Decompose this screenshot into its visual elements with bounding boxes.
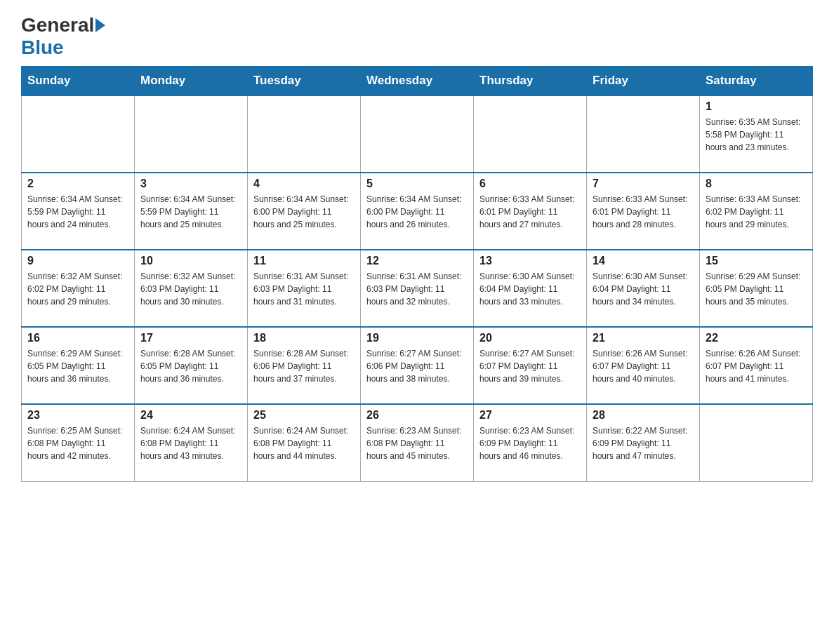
- day-number: 8: [706, 177, 807, 190]
- calendar-cell: 27Sunrise: 6:23 AM Sunset: 6:09 PM Dayli…: [474, 404, 587, 481]
- day-header-wednesday: Wednesday: [361, 67, 474, 96]
- page-header: General Blue: [21, 14, 813, 59]
- calendar-cell: 13Sunrise: 6:30 AM Sunset: 6:04 PM Dayli…: [474, 250, 587, 327]
- logo-general-text: General: [21, 14, 94, 36]
- day-info: Sunrise: 6:24 AM Sunset: 6:08 PM Dayligh…: [253, 424, 355, 462]
- day-number: 11: [253, 255, 355, 267]
- day-info: Sunrise: 6:29 AM Sunset: 6:05 PM Dayligh…: [706, 270, 807, 308]
- calendar-cell: [135, 95, 248, 173]
- day-number: 7: [593, 177, 694, 190]
- calendar-cell: 14Sunrise: 6:30 AM Sunset: 6:04 PM Dayli…: [587, 250, 700, 327]
- calendar-week-4: 16Sunrise: 6:29 AM Sunset: 6:05 PM Dayli…: [22, 327, 813, 404]
- day-number: 15: [706, 255, 807, 267]
- calendar-cell: 22Sunrise: 6:26 AM Sunset: 6:07 PM Dayli…: [700, 327, 813, 404]
- calendar-cell: [22, 95, 135, 173]
- day-info: Sunrise: 6:23 AM Sunset: 6:09 PM Dayligh…: [479, 424, 581, 462]
- calendar-week-3: 9Sunrise: 6:32 AM Sunset: 6:02 PM Daylig…: [22, 250, 813, 327]
- day-info: Sunrise: 6:22 AM Sunset: 6:09 PM Dayligh…: [593, 424, 694, 462]
- day-info: Sunrise: 6:34 AM Sunset: 6:00 PM Dayligh…: [253, 193, 355, 231]
- calendar-cell: 7Sunrise: 6:33 AM Sunset: 6:01 PM Daylig…: [587, 173, 700, 250]
- logo-blue-text: Blue: [21, 36, 64, 58]
- day-header-tuesday: Tuesday: [248, 67, 361, 96]
- calendar-week-1: 1Sunrise: 6:35 AM Sunset: 5:58 PM Daylig…: [22, 95, 813, 173]
- day-number: 28: [593, 409, 694, 422]
- calendar-cell: 18Sunrise: 6:28 AM Sunset: 6:06 PM Dayli…: [248, 327, 361, 404]
- day-info: Sunrise: 6:34 AM Sunset: 6:00 PM Dayligh…: [366, 193, 468, 231]
- day-header-thursday: Thursday: [474, 67, 587, 96]
- day-number: 22: [706, 332, 807, 344]
- day-info: Sunrise: 6:27 AM Sunset: 6:07 PM Dayligh…: [479, 347, 581, 385]
- day-header-friday: Friday: [587, 67, 700, 96]
- day-info: Sunrise: 6:28 AM Sunset: 6:06 PM Dayligh…: [253, 347, 355, 385]
- calendar-cell: [248, 95, 361, 173]
- day-info: Sunrise: 6:23 AM Sunset: 6:08 PM Dayligh…: [366, 424, 468, 462]
- calendar-week-5: 23Sunrise: 6:25 AM Sunset: 6:08 PM Dayli…: [22, 404, 813, 481]
- day-header-monday: Monday: [135, 67, 248, 96]
- day-info: Sunrise: 6:32 AM Sunset: 6:03 PM Dayligh…: [140, 270, 241, 308]
- calendar-cell: 26Sunrise: 6:23 AM Sunset: 6:08 PM Dayli…: [361, 404, 474, 481]
- day-info: Sunrise: 6:28 AM Sunset: 6:05 PM Dayligh…: [140, 347, 241, 385]
- day-info: Sunrise: 6:31 AM Sunset: 6:03 PM Dayligh…: [366, 270, 468, 308]
- day-info: Sunrise: 6:30 AM Sunset: 6:04 PM Dayligh…: [479, 270, 581, 308]
- day-number: 23: [27, 409, 128, 422]
- calendar-cell: 20Sunrise: 6:27 AM Sunset: 6:07 PM Dayli…: [474, 327, 587, 404]
- day-info: Sunrise: 6:24 AM Sunset: 6:08 PM Dayligh…: [140, 424, 241, 462]
- day-number: 21: [593, 332, 694, 344]
- day-info: Sunrise: 6:26 AM Sunset: 6:07 PM Dayligh…: [706, 347, 807, 385]
- calendar-cell: 8Sunrise: 6:33 AM Sunset: 6:02 PM Daylig…: [700, 173, 813, 250]
- calendar-cell: 5Sunrise: 6:34 AM Sunset: 6:00 PM Daylig…: [361, 173, 474, 250]
- calendar-cell: [361, 95, 474, 173]
- day-info: Sunrise: 6:32 AM Sunset: 6:02 PM Dayligh…: [27, 270, 128, 308]
- day-number: 20: [479, 332, 581, 344]
- day-info: Sunrise: 6:31 AM Sunset: 6:03 PM Dayligh…: [253, 270, 355, 308]
- day-info: Sunrise: 6:33 AM Sunset: 6:02 PM Dayligh…: [706, 193, 807, 231]
- calendar-cell: 25Sunrise: 6:24 AM Sunset: 6:08 PM Dayli…: [248, 404, 361, 481]
- day-info: Sunrise: 6:30 AM Sunset: 6:04 PM Dayligh…: [593, 270, 694, 308]
- calendar-cell: 16Sunrise: 6:29 AM Sunset: 6:05 PM Dayli…: [22, 327, 135, 404]
- calendar-cell: 21Sunrise: 6:26 AM Sunset: 6:07 PM Dayli…: [587, 327, 700, 404]
- calendar-cell: 17Sunrise: 6:28 AM Sunset: 6:05 PM Dayli…: [135, 327, 248, 404]
- day-info: Sunrise: 6:29 AM Sunset: 6:05 PM Dayligh…: [27, 347, 128, 385]
- day-number: 26: [366, 409, 468, 422]
- calendar-cell: 15Sunrise: 6:29 AM Sunset: 6:05 PM Dayli…: [700, 250, 813, 327]
- calendar-cell: 6Sunrise: 6:33 AM Sunset: 6:01 PM Daylig…: [474, 173, 587, 250]
- day-info: Sunrise: 6:25 AM Sunset: 6:08 PM Dayligh…: [27, 424, 128, 462]
- logo-arrow-icon: [95, 18, 105, 32]
- day-number: 1: [706, 100, 807, 113]
- day-number: 18: [253, 332, 355, 344]
- calendar-header: SundayMondayTuesdayWednesdayThursdayFrid…: [22, 67, 813, 96]
- day-number: 17: [140, 332, 241, 344]
- day-info: Sunrise: 6:33 AM Sunset: 6:01 PM Dayligh…: [593, 193, 694, 231]
- day-number: 10: [140, 255, 241, 267]
- day-number: 13: [479, 255, 581, 267]
- calendar-cell: [587, 95, 700, 173]
- calendar-table: SundayMondayTuesdayWednesdayThursdayFrid…: [21, 66, 813, 482]
- day-number: 27: [479, 409, 581, 422]
- calendar-cell: 19Sunrise: 6:27 AM Sunset: 6:06 PM Dayli…: [361, 327, 474, 404]
- calendar-cell: 23Sunrise: 6:25 AM Sunset: 6:08 PM Dayli…: [22, 404, 135, 481]
- day-number: 25: [253, 409, 355, 422]
- day-number: 9: [27, 255, 128, 267]
- calendar-cell: 2Sunrise: 6:34 AM Sunset: 5:59 PM Daylig…: [22, 173, 135, 250]
- day-header-saturday: Saturday: [700, 67, 813, 96]
- day-info: Sunrise: 6:35 AM Sunset: 5:58 PM Dayligh…: [706, 116, 807, 154]
- calendar-cell: [474, 95, 587, 173]
- calendar-cell: 24Sunrise: 6:24 AM Sunset: 6:08 PM Dayli…: [135, 404, 248, 481]
- day-number: 16: [27, 332, 128, 344]
- day-number: 6: [479, 177, 581, 190]
- days-of-week-row: SundayMondayTuesdayWednesdayThursdayFrid…: [22, 67, 813, 96]
- day-number: 4: [253, 177, 355, 190]
- calendar-cell: [700, 404, 813, 481]
- day-info: Sunrise: 6:34 AM Sunset: 5:59 PM Dayligh…: [27, 193, 128, 231]
- calendar-cell: 10Sunrise: 6:32 AM Sunset: 6:03 PM Dayli…: [135, 250, 248, 327]
- day-number: 19: [366, 332, 468, 344]
- day-number: 12: [366, 255, 468, 267]
- calendar-body: 1Sunrise: 6:35 AM Sunset: 5:58 PM Daylig…: [22, 95, 813, 481]
- calendar-cell: 11Sunrise: 6:31 AM Sunset: 6:03 PM Dayli…: [248, 250, 361, 327]
- day-number: 24: [140, 409, 241, 422]
- day-info: Sunrise: 6:27 AM Sunset: 6:06 PM Dayligh…: [366, 347, 468, 385]
- calendar-cell: 28Sunrise: 6:22 AM Sunset: 6:09 PM Dayli…: [587, 404, 700, 481]
- day-number: 14: [593, 255, 694, 267]
- calendar-cell: 9Sunrise: 6:32 AM Sunset: 6:02 PM Daylig…: [22, 250, 135, 327]
- calendar-cell: 3Sunrise: 6:34 AM Sunset: 5:59 PM Daylig…: [135, 173, 248, 250]
